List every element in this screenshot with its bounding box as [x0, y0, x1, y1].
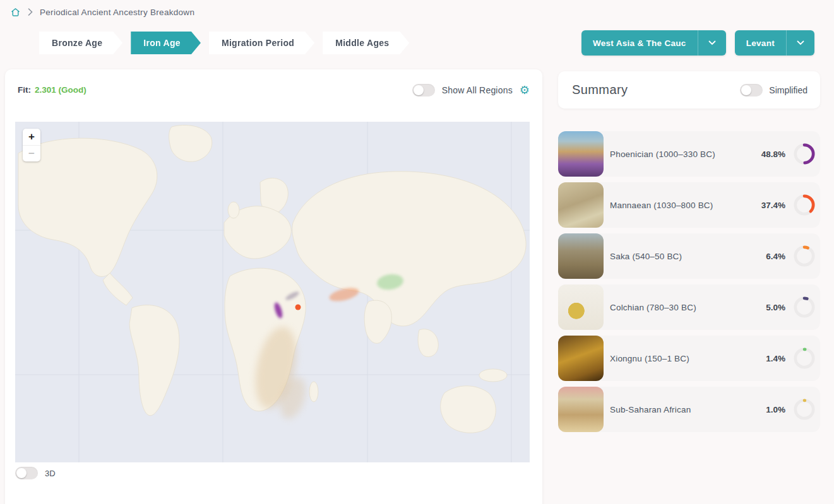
map-3d-label: 3D — [45, 469, 56, 478]
periodical-ancestry-page: Periodical Ancient Ancestry Breakdown Br… — [0, 0, 834, 504]
tab-migration-period[interactable]: Migration Period — [209, 32, 314, 54]
toggle-knob — [16, 468, 27, 478]
tab-middle-ages[interactable]: Middle Ages — [323, 32, 409, 54]
mannaean-thumbnail — [558, 182, 604, 228]
ancestry-donut-chart — [794, 143, 815, 165]
chevron-down-icon[interactable] — [698, 30, 726, 56]
ancestry-percent: 6.4% — [766, 252, 785, 261]
show-all-regions-toggle[interactable] — [412, 84, 435, 97]
map-zoom-control: + − — [23, 129, 40, 161]
ancestry-donut-chart — [794, 245, 815, 267]
map-3d-control: 3D — [15, 467, 56, 479]
world-map[interactable]: + − — [15, 122, 530, 462]
ancestry-label: Xiongnu (150–1 BC) — [610, 354, 766, 363]
super-region-dropdown[interactable]: West Asia & The Cauc — [581, 30, 726, 56]
era-tab-bar: Bronze Age Iron Age Migration Period Mid… — [39, 32, 409, 54]
show-all-regions-control: Show All Regions ⚙ — [412, 84, 530, 97]
phoenician-thumbnail — [558, 131, 604, 177]
toggle-knob — [414, 85, 424, 95]
ancestry-row-colchian[interactable]: Colchian (780–30 BC) 5.0% — [558, 284, 820, 330]
region-selectors: West Asia & The Cauc Levant — [581, 30, 814, 56]
simplified-control: Simplified — [740, 84, 807, 97]
ancestry-label: Mannaean (1030–800 BC) — [610, 201, 761, 210]
map-3d-toggle[interactable] — [15, 467, 38, 479]
ancestry-donut-chart — [794, 399, 815, 420]
map-panel: Fit: 2.301 (Good) Show All Regions ⚙ — [5, 69, 542, 504]
ancestry-label: Sub-Saharan African — [610, 405, 766, 414]
simplified-toggle[interactable] — [740, 84, 763, 97]
simplified-label: Simplified — [769, 85, 807, 95]
ancestry-percent: 37.4% — [761, 201, 785, 210]
ancestry-percent: 48.8% — [761, 149, 785, 159]
zoom-out-button[interactable]: − — [23, 145, 40, 161]
ancestry-donut-chart — [794, 194, 815, 216]
ancestry-donut-chart — [794, 348, 815, 369]
fit-label: Fit: — [18, 85, 31, 95]
ancestry-label: Colchian (780–30 BC) — [610, 303, 766, 312]
summary-header: Summary Simplified — [558, 71, 820, 108]
ancestry-percent: 5.0% — [766, 303, 785, 312]
ancestry-percent: 1.0% — [766, 405, 785, 414]
ancestry-donut-chart — [794, 296, 815, 318]
ancestry-label: Phoenician (1000–330 BC) — [610, 149, 761, 159]
show-all-regions-label: Show All Regions — [442, 85, 513, 95]
subsaharan-thumbnail — [558, 387, 604, 432]
chevron-down-icon[interactable] — [786, 30, 814, 56]
ancestry-row-subsaharan[interactable]: Sub-Saharan African 1.0% — [558, 387, 820, 432]
ancestry-row-phoenician[interactable]: Phoenician (1000–330 BC) 48.8% — [558, 131, 820, 177]
world-map-canvas — [15, 122, 530, 462]
zoom-in-button[interactable]: + — [23, 129, 40, 145]
ancestry-row-xiongnu[interactable]: Xiongnu (150–1 BC) 1.4% — [558, 336, 820, 381]
tab-bronze-age[interactable]: Bronze Age — [39, 32, 122, 54]
breadcrumb-chevron-icon — [28, 8, 33, 16]
summary-title: Summary — [572, 83, 628, 97]
ancestry-percent: 1.4% — [766, 354, 785, 363]
ancestry-row-mannaean[interactable]: Mannaean (1030–800 BC) 37.4% — [558, 182, 820, 228]
xiongnu-thumbnail — [558, 336, 604, 381]
map-marker-mannaean[interactable] — [295, 305, 301, 310]
sub-region-dropdown[interactable]: Levant — [735, 30, 814, 56]
breadcrumb-title: Periodical Ancient Ancestry Breakdown — [40, 8, 194, 17]
colchian-thumbnail — [558, 284, 604, 330]
breadcrumb: Periodical Ancient Ancestry Breakdown — [10, 5, 194, 19]
sub-region-dropdown-value: Levant — [735, 30, 786, 56]
ancestry-label: Saka (540–50 BC) — [610, 252, 766, 261]
tab-iron-age[interactable]: Iron Age — [131, 32, 201, 54]
fit-value: 2.301 (Good) — [35, 85, 86, 95]
toggle-knob — [741, 85, 751, 95]
fit-indicator: Fit: 2.301 (Good) — [18, 85, 86, 95]
home-icon[interactable] — [10, 7, 21, 18]
ancestry-row-saka[interactable]: Saka (540–50 BC) 6.4% — [558, 233, 820, 279]
gear-icon[interactable]: ⚙ — [520, 85, 530, 96]
saka-thumbnail — [558, 233, 604, 279]
super-region-dropdown-value: West Asia & The Cauc — [581, 30, 698, 56]
